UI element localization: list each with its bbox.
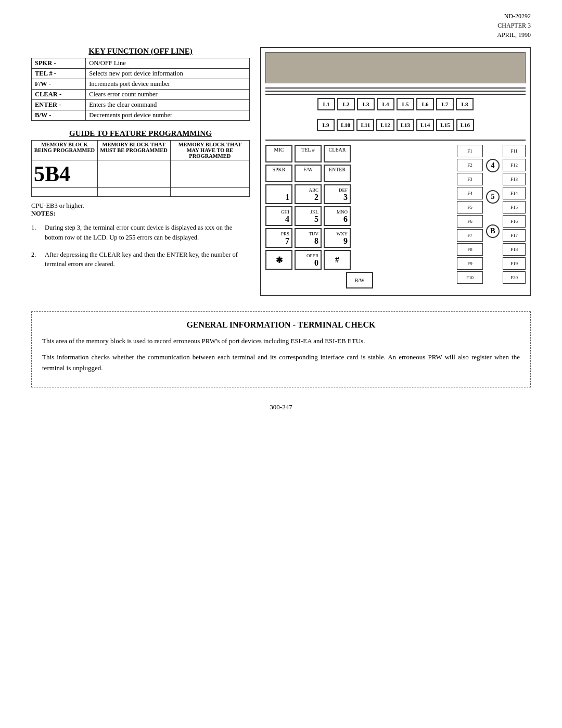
key-4-alpha: GHI [281, 209, 289, 215]
f-button-left[interactable]: F6 [457, 215, 483, 228]
l-button[interactable]: L7 [436, 98, 454, 110]
f-button-right[interactable]: F16 [503, 215, 526, 228]
kf-key: F/W - [32, 79, 86, 90]
kp-row-num2: GHI 4 JKL 5 MNO 6 [265, 206, 454, 226]
l-button[interactable]: L15 [436, 119, 454, 131]
key-4-num: 4 [285, 215, 289, 224]
f-button-right[interactable]: F15 [503, 201, 526, 214]
kf-key: TEL # - [32, 69, 86, 79]
key-star[interactable]: ✱ [265, 250, 292, 270]
phone-diagram: L1L2L3L4L5L6L7L8 L9L10L11L12L13L14L15L16… [260, 47, 531, 296]
f-button-left[interactable]: F9 [457, 257, 483, 270]
guide-col1: MEMORY BLOCK BEING PROGRAMMED [32, 141, 98, 160]
tel-button[interactable]: TEL # [295, 145, 322, 162]
key-5[interactable]: JKL 5 [295, 206, 322, 226]
kf-desc: Selects new port device information [86, 69, 250, 79]
notes-list: 1.During step 3, the terminal error coun… [31, 223, 250, 269]
key-2-num: 2 [314, 193, 318, 202]
kp-row-num4: ✱ OPER 0 # [265, 250, 454, 270]
key-6[interactable]: MNO 6 [324, 206, 351, 226]
key-8[interactable]: TUV 8 [295, 228, 322, 248]
note-text: After depressing the CLEAR key and then … [45, 250, 250, 270]
main-content: KEY FUNCTION (OFF LINE) SPKR -ON/OFF Lin… [31, 47, 531, 296]
kf-desc: Enters the clear command [86, 100, 250, 110]
spkr-button[interactable]: SPKR [265, 165, 292, 182]
mic-button[interactable]: MIC [265, 145, 292, 162]
l-button[interactable]: L8 [456, 98, 474, 110]
key-star-sym: ✱ [276, 255, 283, 265]
clear-button[interactable]: CLEAR [324, 145, 351, 162]
guide-code: 5B4 [32, 160, 98, 188]
enter-button[interactable]: ENTER [324, 165, 351, 182]
f-button-left[interactable]: F4 [457, 187, 483, 199]
f-button-left[interactable]: F1 [457, 145, 483, 157]
note-item: 1.During step 3, the terminal error coun… [31, 223, 250, 243]
key-7-alpha: PRS [281, 231, 289, 236]
key-3-num: 3 [343, 193, 348, 202]
f-button-left[interactable]: F10 [457, 271, 483, 284]
kp-row-2: SPKR F/W ENTER [265, 165, 454, 182]
f-button-right[interactable]: F19 [503, 257, 526, 270]
f-button-left[interactable]: F3 [457, 173, 483, 185]
badge-column: 4 5 B [486, 145, 500, 291]
f-button-right[interactable]: F13 [503, 173, 526, 185]
l-button[interactable]: L4 [377, 98, 394, 110]
f-button-right[interactable]: F20 [503, 271, 526, 284]
l-button[interactable]: L1 [317, 98, 335, 110]
guide-col2: MEMORY BLOCK THAT MUST BE PROGRAMMED [97, 141, 170, 160]
l-button[interactable]: L16 [456, 119, 474, 131]
bw-button[interactable]: B/W [346, 272, 373, 288]
l-button[interactable]: L6 [416, 98, 434, 110]
f-button-right[interactable]: F12 [503, 159, 526, 171]
guide-cell3 [170, 160, 249, 188]
key-2[interactable]: ABC 2 [295, 184, 322, 204]
l-button[interactable]: L2 [337, 98, 355, 110]
key-0-num: 0 [314, 258, 318, 268]
kp-row-bw: B/W [265, 272, 454, 288]
f-button-right[interactable]: F17 [503, 229, 526, 242]
f-button-right[interactable]: F14 [503, 187, 526, 199]
key-4[interactable]: GHI 4 [265, 206, 292, 226]
l-button[interactable]: L3 [357, 98, 375, 110]
l-button[interactable]: L13 [397, 119, 414, 131]
page: ND-20292 CHAPTER 3 APRIL, 1990 KEY FUNCT… [0, 0, 562, 728]
keypad-left: MIC TEL # CLEAR SPKR F/W ENTER [265, 145, 454, 291]
keypad-area: MIC TEL # CLEAR SPKR F/W ENTER [265, 145, 526, 291]
l-button[interactable]: L12 [376, 119, 394, 131]
key-0[interactable]: OPER 0 [295, 250, 322, 270]
key-function-table: SPKR -ON/OFF LineTEL # -Selects new port… [31, 58, 250, 121]
f-button-left[interactable]: F5 [457, 201, 483, 214]
l-button[interactable]: L9 [317, 119, 335, 131]
guide-table: MEMORY BLOCK BEING PROGRAMMED MEMORY BLO… [31, 140, 250, 197]
f-button-left[interactable]: F7 [457, 229, 483, 242]
f-button-right[interactable]: F18 [503, 243, 526, 256]
badge-4: 4 [486, 159, 500, 172]
kf-key: ENTER - [32, 100, 86, 110]
kp-row-num1: 1 ABC 2 DEF 3 [265, 184, 454, 204]
lcd-line-3 [265, 94, 526, 95]
l-button[interactable]: L5 [397, 98, 414, 110]
l-button[interactable]: L11 [356, 119, 374, 131]
page-header: ND-20292 CHAPTER 3 APRIL, 1990 [497, 11, 531, 40]
key-7[interactable]: PRS 7 [265, 228, 292, 248]
l-button[interactable]: L10 [337, 119, 354, 131]
kf-key: CLEAR - [32, 90, 86, 100]
l-row1: L1L2L3L4L5L6L7L8 [265, 98, 526, 110]
cpu-note-line1: CPU-EB3 or higher. [31, 202, 250, 210]
key-1[interactable]: 1 [265, 184, 292, 204]
key-3[interactable]: DEF 3 [324, 184, 351, 204]
l-button[interactable]: L14 [416, 119, 434, 131]
note-num: 2. [31, 250, 41, 270]
f-button-right[interactable]: F11 [503, 145, 526, 157]
key-1-num: 1 [285, 193, 289, 202]
key-hash[interactable]: # [324, 250, 351, 270]
key-9[interactable]: WXY 9 [324, 228, 351, 248]
f-button-left[interactable]: F2 [457, 159, 483, 171]
kf-key: B/W - [32, 110, 86, 121]
fw-button[interactable]: F/W [295, 165, 322, 182]
lcd-area [265, 52, 526, 83]
general-info-title: GENERAL INFORMATION - TERMINAL CHECK [42, 320, 520, 330]
f-button-left[interactable]: F8 [457, 243, 483, 256]
guide-section: GUIDE TO FEATURE PROGRAMMING MEMORY BLOC… [31, 129, 250, 197]
general-info-box: GENERAL INFORMATION - TERMINAL CHECK Thi… [31, 311, 531, 387]
